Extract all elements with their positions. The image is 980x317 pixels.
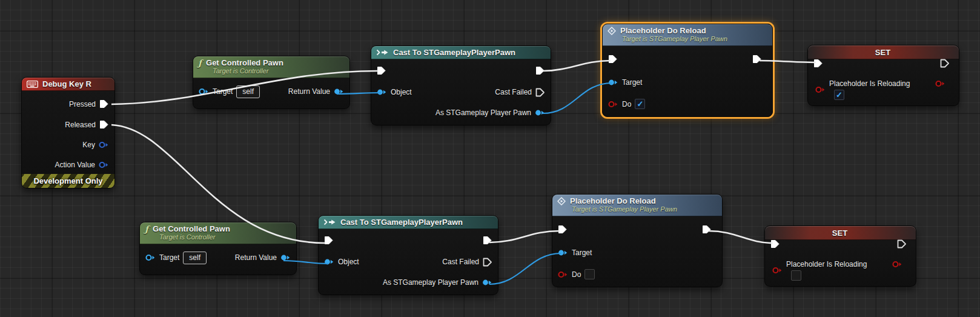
- value-checkbox[interactable]: [791, 270, 801, 281]
- node-cast-bottom[interactable]: Cast To STGameplayPlayerPawn Object Cast…: [318, 215, 498, 295]
- exec-row: [319, 229, 498, 252]
- keyboard-icon: [27, 81, 38, 88]
- exec-row: [552, 216, 722, 242]
- exec-pin-pressed[interactable]: [99, 99, 109, 108]
- return-value-pin[interactable]: [280, 254, 291, 261]
- node-subtitle: Target is STGameplay Player Pawn: [622, 35, 766, 43]
- node-get-controlled-pawn-top[interactable]: ƒ Get Controlled Pawn Target is Controll…: [193, 56, 350, 109]
- target-self-field[interactable]: self: [183, 252, 207, 264]
- node-title: Debug Key R: [42, 79, 91, 88]
- node-subtitle: Target is Controller: [159, 233, 290, 241]
- as-pawn-row: As STGameplay Player Pawn: [319, 272, 498, 293]
- do-row: Do ✓: [603, 93, 772, 115]
- node-header: SET: [765, 226, 916, 240]
- function-icon: ƒ: [198, 59, 202, 67]
- wire-aspawn-to-target-bottom: [489, 253, 561, 284]
- exec-out-pin[interactable]: [702, 225, 712, 234]
- target-pin[interactable]: [145, 254, 156, 261]
- node-header: Placeholder Do Reload Target is STGamepl…: [552, 195, 722, 216]
- node-cast-top[interactable]: Cast To STGameplayPlayerPawn Object Cast…: [371, 45, 551, 125]
- object-pin[interactable]: [377, 88, 387, 96]
- node-header: SET: [808, 45, 959, 59]
- cast-failed-label: Cast Failed: [495, 88, 532, 96]
- do-pin[interactable]: [558, 271, 568, 278]
- pin-row: Target self Return Value: [140, 244, 296, 271]
- exec-out-pin[interactable]: [535, 66, 545, 75]
- target-pin[interactable]: [199, 88, 209, 95]
- pin-label-released: Released: [65, 121, 96, 129]
- object-label: Object: [391, 88, 412, 96]
- target-self-field[interactable]: self: [236, 85, 260, 98]
- node-header: Cast To STGameplayPlayerPawn: [371, 46, 551, 59]
- wire-aspawn-to-target-top: [543, 83, 612, 113]
- do-label: Do: [622, 100, 631, 108]
- node-title: Get Controlled Pawn: [153, 224, 230, 233]
- node-title: Get Controlled Pawn: [206, 58, 283, 67]
- wire-castexec-to-placeholder-bottom: [489, 231, 560, 242]
- as-pawn-pin[interactable]: [535, 109, 545, 116]
- node-title: Cast To STGameplayPlayerPawn: [393, 48, 515, 57]
- node-subtitle: Target is STGameplay Player Pawn: [572, 205, 716, 213]
- development-only-banner: Development Only: [22, 174, 114, 188]
- do-checkbox[interactable]: ✓: [635, 99, 645, 109]
- action-value-pin[interactable]: [99, 161, 109, 169]
- node-placeholder-do-reload-bottom[interactable]: Placeholder Do Reload Target is STGamepl…: [552, 194, 723, 287]
- node-title: Cast To STGameplayPlayerPawn: [340, 218, 463, 227]
- exec-in-pin[interactable]: [558, 225, 568, 234]
- value-in-pin[interactable]: [772, 267, 783, 274]
- target-label: Target: [572, 249, 592, 257]
- variable-label: Placeholder Is Reloading: [829, 79, 910, 88]
- as-pawn-label: As STGameplay Player Pawn: [383, 278, 478, 287]
- exec-in-pin[interactable]: [377, 66, 386, 75]
- pin-label-key: Key: [82, 141, 95, 149]
- do-pin[interactable]: [608, 101, 618, 108]
- exec-out-pin[interactable]: [752, 55, 762, 64]
- return-value-label: Return Value: [235, 253, 277, 262]
- object-row: Object Cast Failed: [371, 82, 551, 102]
- target-row: Target: [603, 72, 772, 93]
- value-checkbox[interactable]: ✓: [834, 90, 844, 100]
- cast-failed-pin[interactable]: [483, 258, 492, 267]
- target-label: Target: [622, 78, 642, 87]
- target-pin[interactable]: [608, 79, 618, 86]
- value-in-pin[interactable]: [815, 86, 826, 93]
- exec-row: [603, 46, 772, 72]
- node-get-controlled-pawn-bottom[interactable]: ƒ Get Controlled Pawn Target is Controll…: [139, 222, 297, 275]
- exec-in-pin[interactable]: [324, 236, 334, 245]
- key-pin[interactable]: [99, 141, 109, 148]
- graph-canvas[interactable]: Debug Key R Pressed Released Key Action …: [0, 0, 980, 317]
- do-row: Do: [552, 264, 722, 285]
- target-pin[interactable]: [558, 249, 568, 256]
- node-title: Placeholder Do Reload: [570, 196, 656, 205]
- do-checkbox[interactable]: [584, 269, 595, 279]
- as-pawn-row: As STGameplay Player Pawn: [371, 102, 551, 123]
- cast-failed-pin[interactable]: [535, 88, 545, 97]
- pin-row-released: Released: [22, 115, 114, 135]
- value-out-pin[interactable]: [935, 80, 945, 87]
- node-placeholder-do-reload-top[interactable]: Placeholder Do Reload Target is STGamepl…: [602, 24, 773, 117]
- as-pawn-pin[interactable]: [482, 279, 492, 286]
- node-title: Placeholder Do Reload: [620, 26, 706, 35]
- development-only-label: Development Only: [33, 176, 102, 185]
- value-out-pin[interactable]: [892, 261, 902, 268]
- return-value-pin[interactable]: [334, 88, 344, 95]
- function-call-icon: [557, 197, 566, 205]
- exec-in-pin[interactable]: [813, 59, 823, 68]
- node-set-bottom[interactable]: SET Placeholder Is Reloading: [764, 225, 916, 287]
- node-header: ƒ Get Controlled Pawn Target is Controll…: [140, 222, 296, 244]
- function-call-icon: [608, 27, 616, 35]
- exec-out-pin[interactable]: [483, 236, 492, 245]
- node-debug-key-r[interactable]: Debug Key R Pressed Released Key Action …: [21, 77, 115, 189]
- object-pin[interactable]: [324, 258, 334, 265]
- node-title: SET: [875, 48, 890, 57]
- exec-out-pin[interactable]: [897, 239, 907, 249]
- target-row: Target: [552, 242, 722, 264]
- cast-icon: [376, 49, 389, 56]
- exec-pin-released[interactable]: [99, 120, 109, 129]
- node-header: Cast To STGameplayPlayerPawn: [319, 216, 498, 229]
- exec-in-pin[interactable]: [608, 55, 618, 64]
- node-header: Placeholder Do Reload Target is STGamepl…: [603, 24, 772, 46]
- exec-in-pin[interactable]: [770, 239, 780, 249]
- node-set-top[interactable]: SET Placeholder Is Reloading ✓: [807, 45, 959, 106]
- exec-out-pin[interactable]: [940, 59, 950, 68]
